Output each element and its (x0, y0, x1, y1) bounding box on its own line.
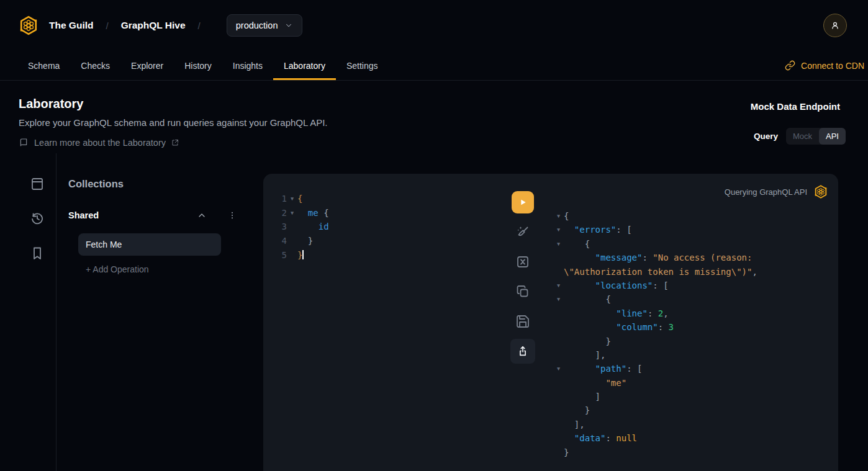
fold-arrow-icon[interactable]: ▼ (553, 362, 564, 375)
prettify-icon[interactable] (515, 225, 530, 240)
code-text: } (564, 446, 569, 459)
code-line: "column": 3 (553, 320, 833, 334)
tab-schema[interactable]: Schema (17, 51, 70, 80)
target-selector[interactable]: production (227, 14, 303, 37)
code-text: ] (564, 390, 600, 403)
fold-gutter (553, 320, 564, 334)
fold-arrow-icon[interactable]: ▼ (553, 209, 564, 223)
history-icon[interactable] (30, 211, 45, 226)
code-line: } (553, 403, 833, 417)
hive-logo-small-icon (813, 184, 828, 199)
fold-gutter (553, 348, 564, 362)
collection-group-shared[interactable]: Shared (68, 210, 237, 220)
query-editor[interactable]: 1▼{2▼ me {3 id4 }5} (263, 192, 510, 262)
fold-gutter (553, 265, 564, 279)
code-line: ], (553, 418, 833, 431)
external-link-icon (171, 139, 179, 146)
code-text: "path": [ (564, 362, 642, 375)
fold-gutter (553, 334, 564, 348)
code-line: 3 id (263, 220, 510, 234)
line-number: 4 (263, 234, 287, 248)
code-line: ▼ "errors": [ (553, 223, 833, 236)
line-number: 1 (263, 192, 287, 206)
code-text: "column": 3 (564, 320, 674, 334)
line-number: 5 (263, 248, 287, 262)
execute-query-button[interactable] (512, 191, 534, 213)
bookmark-icon[interactable] (30, 246, 45, 261)
breadcrumb-separator: / (198, 20, 201, 31)
breadcrumb-org[interactable]: The Guild (49, 20, 93, 31)
code-text: \"Authorization token is missing\")", (564, 265, 757, 279)
code-line: 1▼{ (263, 192, 510, 206)
add-operation-button[interactable]: + Add Operation (86, 264, 149, 274)
code-text: } (564, 334, 611, 348)
fold-gutter (287, 220, 297, 234)
code-text: "me" (564, 376, 626, 390)
learn-more-link[interactable]: Learn more about the Laboratory (19, 138, 868, 148)
project-nav: Schema Checks Explorer History Insights … (0, 51, 868, 81)
tab-settings[interactable]: Settings (336, 51, 389, 80)
endpoint-controls: Query Mock API (754, 128, 846, 145)
docs-icon[interactable] (30, 176, 45, 191)
connect-to-cdn-link[interactable]: Connect to CDN (785, 51, 864, 80)
code-text: id (297, 220, 329, 234)
chevron-up-icon[interactable] (197, 210, 207, 220)
hive-logo-icon[interactable] (18, 15, 39, 36)
laboratory-body: Collections Shared Fetch Me + Add Operat… (0, 153, 868, 471)
fold-arrow-icon[interactable]: ▼ (553, 223, 564, 236)
code-line: 4 } (263, 234, 510, 248)
tab-explorer[interactable]: Explorer (120, 51, 174, 80)
operation-item-fetch-me[interactable]: Fetch Me (78, 233, 221, 256)
response-status-label: Querying GraphQL API (725, 187, 807, 197)
save-icon[interactable] (515, 314, 530, 329)
fold-arrow-icon[interactable]: ▼ (553, 279, 564, 292)
mock-endpoint-title: Mock Data Endpoint (751, 101, 840, 112)
text-cursor (302, 250, 304, 259)
code-line: ▼ { (553, 292, 833, 306)
kebab-menu-icon[interactable] (227, 210, 237, 220)
share-button[interactable] (510, 339, 535, 364)
code-text: ], (564, 418, 585, 431)
collections-heading: Collections (68, 178, 124, 190)
line-number: 2 (263, 206, 287, 220)
mock-endpoint-section: Mock Data Endpoint Query Mock API (751, 101, 846, 145)
fold-gutter (553, 251, 564, 264)
fold-arrow-icon[interactable]: ▼ (553, 237, 564, 251)
left-icon-rail (0, 153, 57, 471)
fold-gutter (553, 418, 564, 431)
fold-arrow-icon[interactable]: ▼ (287, 192, 297, 206)
breadcrumb-project[interactable]: GraphQL Hive (121, 20, 186, 31)
fold-arrow-icon[interactable]: ▼ (553, 292, 564, 306)
code-line: "line": 2, (553, 307, 833, 320)
learn-more-label: Learn more about the Laboratory (34, 138, 166, 148)
tab-history[interactable]: History (174, 51, 222, 80)
page-title: Laboratory (19, 97, 868, 111)
target-selector-value: production (236, 20, 278, 30)
code-text: "data": null (564, 431, 637, 445)
chevron-down-icon (284, 21, 293, 30)
graphql-hive-app: The Guild / GraphQL Hive / production Sc… (0, 0, 868, 471)
code-text: ], (564, 348, 605, 362)
tab-checks[interactable]: Checks (70, 51, 120, 80)
connect-to-cdn-label: Connect to CDN (801, 61, 864, 71)
tab-insights[interactable]: Insights (222, 51, 273, 80)
fold-arrow-icon[interactable]: ▼ (287, 206, 297, 220)
tab-laboratory[interactable]: Laboratory (273, 51, 336, 80)
merge-fragments-icon[interactable] (515, 254, 530, 269)
code-text: me { (297, 206, 329, 220)
share-icon (516, 344, 530, 358)
code-text: { (564, 237, 590, 251)
code-line: } (553, 446, 833, 459)
copy-icon[interactable] (515, 284, 530, 299)
fold-gutter (553, 390, 564, 403)
toggle-option-mock[interactable]: Mock (786, 128, 819, 145)
graphiql-panel: 1▼{2▼ me {3 id4 }5} (263, 174, 838, 471)
code-line: "data": null (553, 431, 833, 445)
code-text: "message": "No access (reason: (564, 251, 752, 264)
response-pane[interactable]: ▼{▼ "errors": [▼ { "message": "No access… (553, 209, 833, 459)
user-avatar[interactable] (823, 14, 847, 37)
top-bar: The Guild / GraphQL Hive / production (0, 0, 868, 51)
book-icon (19, 138, 29, 148)
fold-gutter (553, 376, 564, 390)
toggle-option-api[interactable]: API (819, 128, 846, 145)
